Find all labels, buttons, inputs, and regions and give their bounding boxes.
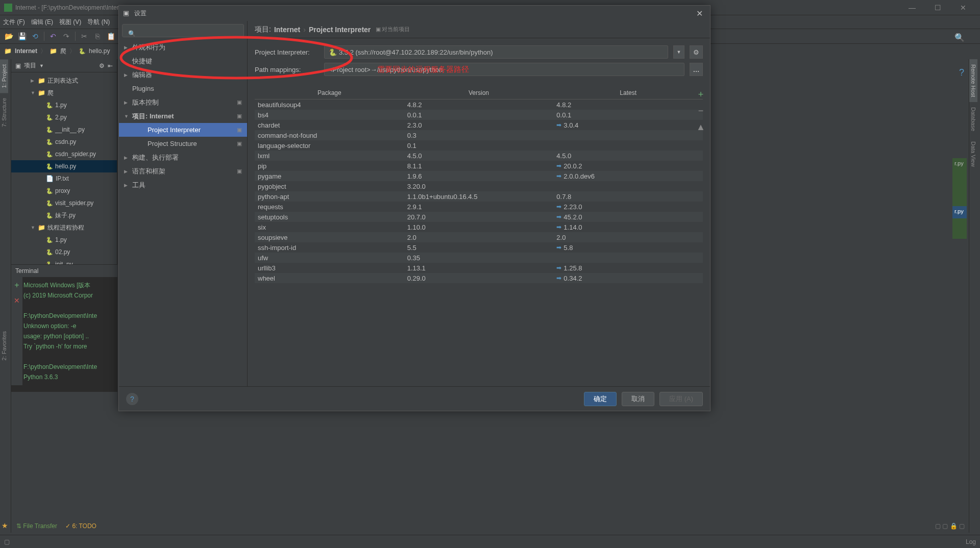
package-row[interactable]: six1.10.0➡ 1.14.0 [255, 222, 703, 232]
tree-node[interactable]: 🐍init .py [11, 258, 117, 264]
settings-tree-item[interactable]: Project Interpreter▣ [119, 123, 247, 137]
tree-node[interactable]: ▼📁爬 [11, 87, 117, 99]
tab-project[interactable]: 1: Project [0, 59, 8, 93]
package-row[interactable]: language-selector0.1 [255, 140, 703, 151]
menu-edit[interactable]: 编辑 (E) [31, 18, 53, 27]
ok-button[interactable]: 确定 [584, 392, 617, 406]
package-row[interactable]: beautifulsoup44.8.24.8.2 [255, 99, 703, 110]
dialog-close-button[interactable]: ✕ [693, 9, 706, 18]
interpreter-settings-gear[interactable]: ⚙ [690, 45, 703, 59]
settings-tree-item[interactable]: ▶语言和框架▣ [119, 164, 247, 178]
package-row[interactable]: pip8.1.1➡ 20.0.2 [255, 161, 703, 171]
copy-icon[interactable]: ⎘ [93, 32, 102, 41]
settings-tree-item[interactable]: ▶构建、执行部署 [119, 151, 247, 164]
terminal-add-icon[interactable]: + [14, 280, 19, 290]
tree-node[interactable]: 🐍妹子.py [11, 209, 117, 221]
file-transfer-button[interactable]: ⇅ File Transfer [16, 522, 57, 530]
breadcrumb-file[interactable]: hello.py [89, 47, 110, 55]
cut-icon[interactable]: ✂ [80, 32, 89, 41]
open-icon[interactable]: 📂 [4, 32, 13, 41]
package-row[interactable]: wheel0.29.0➡ 0.34.2 [255, 273, 703, 283]
paste-icon[interactable]: 📋 [106, 32, 115, 41]
tree-node[interactable]: 🐍02.py [11, 246, 117, 258]
menu-view[interactable]: 视图 (V) [59, 18, 81, 27]
tree-node[interactable]: 🐍1.py [11, 99, 117, 111]
settings-tree-item[interactable]: Project Structure▣ [119, 137, 247, 151]
menu-navigate[interactable]: 导航 (N) [87, 18, 110, 27]
settings-search-input[interactable] [122, 24, 244, 37]
settings-tree-item[interactable]: ▶工具 [119, 178, 247, 192]
help-button[interactable]: ? [126, 393, 138, 405]
remote-help-icon[interactable]: ? [954, 59, 969, 78]
todo-button[interactable]: ✓ 6: TODO [65, 522, 96, 530]
path-mappings-field[interactable]: <Project root>→/usr/python/usr/python [324, 63, 684, 76]
tab-database[interactable]: Database [969, 102, 977, 136]
tree-node[interactable]: 📄IP.txt [11, 172, 117, 185]
tab-data-view[interactable]: Data View [969, 136, 977, 172]
tree-node[interactable]: 🐍2.py [11, 111, 117, 123]
tab-structure[interactable]: 7: Structure [0, 93, 8, 132]
tree-node[interactable]: ▶📁正则表达式 [11, 74, 117, 87]
terminal-body[interactable]: + ✕ Microsoft Windows [版本(c) 2019 Micros… [11, 277, 117, 385]
settings-tree-item[interactable]: ▶版本控制▣ [119, 95, 247, 109]
remote-file-item[interactable]: r.py [952, 206, 967, 218]
tree-node[interactable]: 🐍proxy [11, 185, 117, 197]
col-version[interactable]: Version [404, 87, 554, 99]
col-latest[interactable]: Latest [553, 87, 703, 99]
minimize-button[interactable]: — [904, 4, 920, 12]
package-row[interactable]: soupsieve2.02.0 [255, 232, 703, 242]
package-row[interactable]: pygobject3.20.0 [255, 181, 703, 191]
tab-favorites[interactable]: 2: Favorites [0, 326, 8, 365]
statusbar-toggle-icon[interactable]: ▢ [4, 538, 10, 545]
remove-package-button[interactable]: − [696, 106, 706, 116]
package-row[interactable]: ssh-import-id5.5➡ 5.8 [255, 242, 703, 253]
tree-node[interactable]: 🐍csdn.py [11, 136, 117, 148]
package-row[interactable]: pygame1.9.6➡ 2.0.0.dev6 [255, 171, 703, 181]
tree-node[interactable]: 🐍csdn_spider.py [11, 148, 117, 160]
upgrade-package-button[interactable]: ▲ [696, 122, 706, 132]
tree-node[interactable]: 🐍1.py [11, 234, 117, 246]
save-icon[interactable]: 💾 [17, 32, 27, 41]
gear-icon[interactable]: ⚙ [99, 62, 105, 69]
project-tree[interactable]: ▶📁正则表达式▼📁爬🐍1.py🐍2.py🐍__init__.py🐍csdn.py… [11, 72, 117, 264]
close-button[interactable]: ✕ [955, 4, 971, 12]
undo-icon[interactable]: ↶ [48, 32, 58, 41]
tree-node[interactable]: 🐍visit_spider.py [11, 197, 117, 209]
collapse-icon[interactable]: ⇤ [108, 62, 113, 69]
cancel-button[interactable]: 取消 [622, 392, 654, 406]
settings-tree-item[interactable]: ▶外观和行为 [119, 40, 247, 54]
breadcrumb-project[interactable]: Internet [15, 47, 37, 55]
terminal-close-icon[interactable]: ✕ [14, 295, 20, 306]
settings-tree-item[interactable]: 快捷键 [119, 54, 247, 68]
settings-tree-item[interactable]: Plugins [119, 82, 247, 95]
menu-file[interactable]: 文件 (F) [3, 18, 25, 27]
tree-node[interactable]: 🐍__init__.py [11, 123, 117, 136]
package-row[interactable]: ufw0.35 [255, 253, 703, 263]
search-icon[interactable]: 🔍 [954, 33, 965, 42]
chevron-down-icon[interactable]: ▼ [39, 63, 44, 68]
package-row[interactable]: command-not-found0.3 [255, 130, 703, 140]
path-mappings-browse-button[interactable]: … [690, 63, 703, 76]
redo-icon[interactable]: ↷ [62, 32, 71, 41]
refresh-icon[interactable]: ⟲ [31, 32, 40, 41]
package-row[interactable]: setuptools20.7.0➡ 45.2.0 [255, 212, 703, 222]
settings-tree-item[interactable]: ▶编辑器 [119, 68, 247, 82]
breadcrumb-folder[interactable]: 爬 [60, 47, 66, 56]
interpreter-dropdown-arrow[interactable]: ▼ [673, 45, 684, 59]
package-row[interactable]: requests2.9.1➡ 2.23.0 [255, 202, 703, 212]
remote-file-item[interactable]: r.py [952, 158, 967, 170]
package-row[interactable]: lxml4.5.04.5.0 [255, 151, 703, 161]
package-row[interactable]: urllib31.13.1➡ 1.25.8 [255, 263, 703, 273]
tree-node[interactable]: ▼📁线程进程协程 [11, 221, 117, 234]
apply-button[interactable]: 应用 (A) [659, 392, 703, 406]
package-row[interactable]: python-apt1.1.0b1+ubuntu0.16.4.50.7.8 [255, 191, 703, 202]
tab-remote-host[interactable]: Remote Host [969, 59, 977, 102]
tree-node[interactable]: 🐍hello.py [11, 160, 117, 172]
maximize-button[interactable]: ☐ [930, 4, 945, 12]
statusbar-log[interactable]: Log [966, 538, 976, 545]
package-row[interactable]: chardet2.3.0➡ 3.0.4 [255, 120, 703, 130]
interpreter-dropdown[interactable]: 🐍 3.5.2 (ssh://root@47.102.202.189:22/us… [324, 45, 668, 59]
settings-tree-item[interactable]: ▼项目: Internet▣ [119, 109, 247, 123]
col-package[interactable]: Package [255, 87, 404, 99]
add-package-button[interactable]: + [696, 89, 706, 99]
